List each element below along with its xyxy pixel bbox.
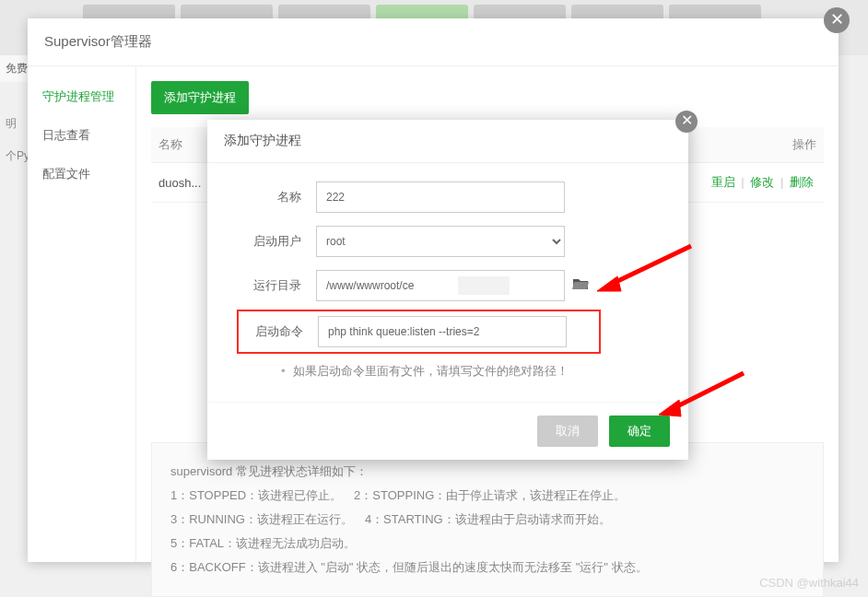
modify-link[interactable]: 修改 xyxy=(750,175,774,189)
col-ops: 操作 xyxy=(670,127,824,163)
add-process-modal: 添加守护进程 ✕ 名称 启动用户 root 运行目录 启动命令 xyxy=(207,120,688,460)
sidebar-item-config[interactable]: 配置文件 xyxy=(28,155,135,193)
watermark: CSDN @withkai44 xyxy=(759,576,859,590)
help-line: 3：RUNNING：该进程正在运行。 4：STARTING：该进程由于启动请求而… xyxy=(170,508,804,532)
highlight-annotation: 启动命令 xyxy=(237,310,601,354)
hint-text: 如果启动命令里面有文件，请填写文件的绝对路径！ xyxy=(244,363,651,380)
cancel-button[interactable]: 取消 xyxy=(537,416,598,447)
label-user: 启动用户 xyxy=(244,233,316,250)
label-name: 名称 xyxy=(244,189,316,205)
help-line: 6：BACKOFF：该进程进入 "启动" 状态，但随后退出的速度太快而无法移至 … xyxy=(170,556,804,579)
name-input[interactable] xyxy=(316,181,565,213)
user-select[interactable]: root xyxy=(316,226,565,257)
bg-label-note1: 明 xyxy=(0,111,22,137)
close-icon[interactable]: ✕ xyxy=(824,7,850,33)
modal-title: Supervisor管理器 xyxy=(28,18,839,66)
sidebar-item-process-mgmt[interactable]: 守护进程管理 xyxy=(28,77,135,116)
inner-title: 添加守护进程 ✕ xyxy=(207,120,688,163)
label-cmd: 启动命令 xyxy=(246,323,318,340)
cmd-input[interactable] xyxy=(318,316,567,347)
help-line: 5：FATAL：该进程无法成功启动。 xyxy=(170,532,804,556)
help-line: 1：STOPPED：该进程已停止。 2：STOPPING：由于停止请求，该进程正… xyxy=(170,484,804,508)
dir-input[interactable] xyxy=(316,270,565,301)
sidebar: 守护进程管理 日志查看 配置文件 xyxy=(28,66,136,562)
help-line: supervisord 常见进程状态详细如下： xyxy=(170,460,804,484)
close-icon[interactable]: ✕ xyxy=(675,111,698,133)
restart-link[interactable]: 重启 xyxy=(711,175,735,189)
sidebar-item-logs[interactable]: 日志查看 xyxy=(28,116,135,155)
delete-link[interactable]: 删除 xyxy=(790,175,814,189)
folder-icon[interactable] xyxy=(572,276,589,295)
help-panel: supervisord 常见进程状态详细如下： 1：STOPPED：该进程已停止… xyxy=(151,442,824,597)
add-process-button[interactable]: 添加守护进程 xyxy=(151,81,249,114)
ok-button[interactable]: 确定 xyxy=(609,416,670,447)
label-dir: 运行目录 xyxy=(244,277,316,294)
redacted-overlay xyxy=(458,276,510,295)
